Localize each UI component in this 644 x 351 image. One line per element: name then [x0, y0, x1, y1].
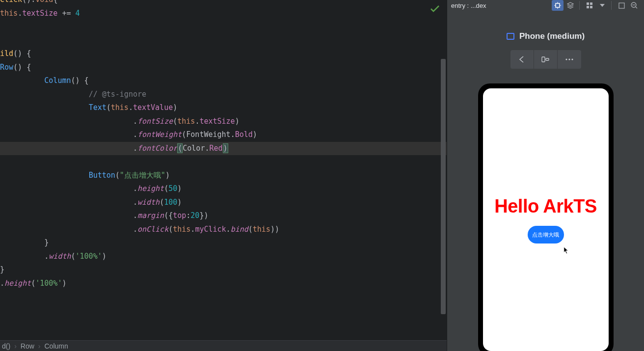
code-line[interactable]: this.textSize += 4 [0, 7, 447, 21]
svg-rect-5 [587, 2, 589, 5]
code-line[interactable]: Row() { [0, 61, 447, 75]
code-line[interactable] [0, 155, 447, 169]
code-line[interactable]: .height(50) [0, 182, 447, 196]
code-area[interactable]: Click():void{this.textSize += 4ild() {Ro… [0, 0, 447, 290]
device-icon [507, 33, 514, 40]
device-toolbar [510, 50, 581, 69]
preview-pane: entry : ...dex Phone (medium) [447, 0, 644, 351]
code-line[interactable]: Button("点击增大哦") [0, 169, 447, 183]
breadcrumb-sep-icon: › [14, 342, 17, 350]
svg-rect-9 [619, 3, 624, 8]
code-line[interactable]: .onClick(this.myClick.bind(this)) [0, 223, 447, 237]
code-line[interactable] [0, 34, 447, 48]
code-line[interactable]: .width(100) [0, 196, 447, 210]
breadcrumb-item[interactable]: Row [21, 342, 34, 350]
code-line[interactable]: Text(this.textValue) [0, 101, 447, 115]
code-editor-pane[interactable]: Click():void{this.textSize += 4ild() {Ro… [0, 0, 447, 351]
svg-rect-13 [542, 57, 545, 62]
more-button[interactable] [558, 50, 581, 69]
scrollbar-thumb[interactable] [441, 59, 446, 314]
breadcrumb-item[interactable]: Column [44, 342, 68, 350]
cursor-icon [564, 246, 569, 254]
preview-button-label: 点击增大哦 [532, 231, 559, 239]
svg-rect-14 [546, 58, 549, 60]
crop-button[interactable] [616, 0, 627, 11]
preview-text: Hello ArkTS [494, 196, 596, 217]
code-line[interactable]: ild() { [0, 47, 447, 61]
phone-frame: Hello ArkTS 点击增大哦 [478, 83, 614, 351]
code-line[interactable]: .width('100%') [0, 250, 447, 264]
code-line[interactable]: Column() { [0, 74, 447, 88]
layout-grid-button[interactable] [584, 0, 595, 11]
svg-point-16 [568, 58, 570, 60]
code-line[interactable]: .margin({top:20}) [0, 209, 447, 223]
svg-line-12 [636, 7, 637, 8]
device-label: Phone (medium) [507, 31, 585, 41]
device-label-text: Phone (medium) [519, 31, 585, 41]
svg-point-17 [571, 58, 573, 60]
dropdown-button[interactable] [596, 0, 608, 11]
preview-body: Phone (medium) Hello ArkTS 点击增大哦 [447, 11, 644, 351]
separator [611, 1, 612, 10]
code-line[interactable]: } [0, 236, 447, 250]
zoom-out-button[interactable] [628, 0, 640, 11]
preview-button[interactable]: 点击增大哦 [528, 226, 564, 243]
editor-scrollbar[interactable] [440, 0, 447, 351]
code-line[interactable]: // @ts-ignore [0, 88, 447, 102]
layers-button[interactable] [564, 0, 576, 11]
svg-rect-7 [587, 6, 589, 8]
svg-rect-0 [556, 3, 560, 7]
svg-point-15 [565, 58, 567, 60]
code-line[interactable]: .fontColor(Color.Red) [0, 142, 447, 156]
preview-title: entry : ...dex [451, 2, 551, 9]
code-line[interactable]: .fontSize(this.textSize) [0, 115, 447, 129]
nav-back-button[interactable] [510, 50, 534, 69]
code-line[interactable] [0, 20, 447, 34]
code-line[interactable]: .height('100%') [0, 277, 447, 291]
code-line[interactable]: Click():void{ [0, 0, 447, 7]
svg-rect-6 [590, 2, 592, 5]
inspect-mode-button[interactable] [552, 0, 564, 11]
separator [579, 1, 580, 10]
phone-screen[interactable]: Hello ArkTS 点击增大哦 [483, 88, 609, 351]
breadcrumb[interactable]: d() › Row › Column [0, 340, 447, 351]
rotate-button[interactable] [534, 50, 558, 69]
svg-rect-8 [590, 6, 592, 8]
breadcrumb-sep-icon: › [38, 342, 41, 350]
code-line[interactable]: } [0, 263, 447, 277]
breadcrumb-item[interactable]: d() [2, 342, 10, 350]
preview-header: entry : ...dex [447, 0, 644, 11]
code-line[interactable]: .fontWeight(FontWeight.Bold) [0, 128, 447, 142]
